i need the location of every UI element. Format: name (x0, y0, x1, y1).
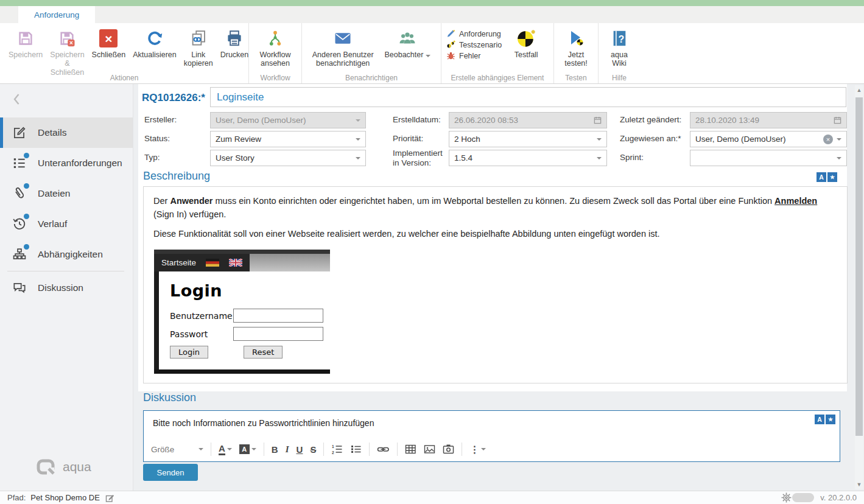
group-label-erstelle: Erstelle abhängiges Element (441, 74, 553, 82)
sidebar-item-label: Dateien (38, 188, 70, 199)
close-button[interactable]: × Schließen (89, 26, 129, 61)
flag-uk-icon (229, 259, 242, 267)
version-select[interactable]: 1.5.4 (449, 150, 607, 166)
sidebar-item-label: Verlauf (38, 219, 67, 229)
sidebar-item-unteranforderungen[interactable]: Unteranforderungen (0, 148, 133, 178)
bg-color-button[interactable]: A (239, 444, 256, 454)
hierarchy-icon (12, 247, 27, 262)
status-select[interactable]: Zum Review (210, 131, 366, 147)
table-button[interactable] (405, 444, 416, 455)
svg-text:1: 1 (332, 444, 334, 449)
sidebar-item-details[interactable]: Details (0, 117, 133, 148)
create-test-case-button[interactable]: Testfall (505, 26, 547, 61)
bold-button[interactable]: B (272, 444, 278, 455)
print-button[interactable]: Drucken (217, 26, 252, 61)
wiki-button[interactable]: ? aqua Wiki (604, 26, 634, 70)
bullet-list-button[interactable] (350, 444, 362, 455)
ribbon: Speichern × Speichern & Schließen × Schl… (0, 23, 864, 84)
save-button[interactable]: Speichern (5, 26, 46, 61)
chevron-down-icon (597, 138, 602, 141)
scroll-down-arrow[interactable]: ▼ (855, 480, 863, 489)
typ-select[interactable]: User Story (210, 150, 366, 166)
comment-editor[interactable]: A ★ Bitte noch Informationen zu Passwort… (143, 410, 840, 462)
sidebar: Details Unteranforderungen Dateien Verla… (0, 84, 133, 491)
underline-button[interactable]: U (297, 444, 303, 455)
anmelden-term: Anmelden (774, 196, 817, 206)
sprint-select[interactable] (690, 150, 847, 166)
save-and-close-label: Speichern & Schließen (50, 51, 84, 77)
group-label-benachrichtigen: Benachrichtigen (302, 74, 441, 82)
copy-link-label: Link kopieren (184, 51, 213, 68)
path-value: Pet Shop Demo DE (30, 493, 99, 502)
translate-text-icon[interactable]: A (815, 415, 824, 424)
description-body[interactable]: Der Anwender muss ein Konto einrichten o… (143, 186, 848, 383)
camera-button[interactable] (443, 444, 454, 455)
zugewiesen-select[interactable]: User, Demo (DemoUser) × (690, 131, 847, 147)
save-and-close-icon: × (58, 27, 76, 49)
scroll-up-arrow[interactable]: ▲ (855, 85, 863, 95)
sidebar-collapse-button[interactable] (12, 93, 21, 108)
refresh-label: Aktualisieren (133, 51, 177, 59)
refresh-button[interactable]: Aktualisieren (130, 26, 180, 61)
ordered-list-button[interactable]: 12 (331, 444, 343, 455)
notify-users-button[interactable]: Anderen Benutzer benachrichtigen (307, 26, 378, 70)
create-requirement-button[interactable]: Anforderung (446, 29, 502, 38)
image-button[interactable] (424, 444, 435, 455)
view-workflow-button[interactable]: Workflow ansehen (255, 26, 296, 70)
edit-icon (12, 125, 27, 141)
group-label-aktionen: Aktionen (0, 74, 248, 82)
screenshot-left-bar (154, 271, 159, 369)
sidebar-item-abhaengigkeiten[interactable]: Abhängigkeiten (0, 239, 133, 270)
create-defect-button[interactable]: Fehler (446, 51, 502, 60)
italic-button[interactable]: I (286, 444, 289, 455)
translate-star-icon[interactable]: ★ (827, 172, 837, 182)
watchers-label: Beobachter (384, 51, 430, 59)
sprint-label: Sprint: (620, 153, 644, 163)
clear-icon[interactable]: × (823, 135, 833, 144)
send-button[interactable]: Senden (143, 464, 198, 481)
screenshot-bottom-strip (154, 369, 330, 374)
passwort-label: Passwort (170, 329, 233, 339)
benutzername-input (233, 309, 323, 323)
settings-gear-icon[interactable] (781, 492, 792, 503)
test-now-button[interactable]: Jetzt testen! (560, 26, 592, 70)
settings-pill[interactable] (792, 493, 814, 502)
screenshot-tabs-rest (250, 254, 330, 271)
title-input[interactable]: Loginseite (210, 87, 846, 107)
strikethrough-button[interactable]: S (310, 444, 316, 455)
translate-star-icon[interactable]: ★ (826, 415, 835, 424)
ribbon-group-workflow: Workflow ansehen Workflow (249, 23, 302, 83)
svg-text:2: 2 (332, 450, 334, 455)
text-color-button[interactable]: A (219, 444, 232, 455)
badge-dot (24, 153, 29, 158)
edit-path-icon[interactable] (105, 493, 115, 503)
sidebar-item-label: Unteranforderungen (38, 158, 122, 169)
save-icon (16, 27, 35, 49)
status-label: Status: (144, 134, 170, 144)
sidebar-item-label: Details (38, 127, 66, 138)
test-now-label: Jetzt testen! (563, 51, 589, 68)
more-options-button[interactable]: ⋮ (469, 444, 486, 455)
description-paragraph-2: Diese Funktionalität soll von einer Webs… (153, 227, 837, 240)
ribbon-group-erstelle: Anforderung Testszenario Fehler Testfall… (441, 23, 554, 83)
create-test-scenario-button[interactable]: Testszenario (446, 40, 502, 49)
aqua-logo: aqua (37, 459, 91, 475)
save-label: Speichern (9, 51, 43, 59)
comment-text[interactable]: Bitte noch Informationen zu Passwortrich… (153, 418, 374, 428)
badge-dot (24, 244, 29, 250)
scrollbar-thumb[interactable] (855, 97, 863, 436)
save-and-close-button[interactable]: × Speichern & Schließen (47, 26, 87, 79)
sidebar-item-dateien[interactable]: Dateien (0, 178, 133, 209)
vertical-scrollbar[interactable]: ▲ ▼ (855, 85, 863, 489)
font-size-dropdown[interactable]: Größe (151, 445, 203, 454)
link-button[interactable] (377, 444, 390, 455)
watchers-button[interactable]: Beobachter (379, 26, 435, 61)
translate-text-icon[interactable]: A (817, 172, 826, 182)
discussion-heading: Diskussion (143, 391, 196, 404)
sidebar-item-diskussion[interactable]: Diskussion (0, 273, 133, 303)
tab-anforderung[interactable]: Anforderung (18, 6, 95, 23)
prioritaet-select[interactable]: 2 Hoch (449, 131, 607, 147)
copy-link-button[interactable]: Link kopieren (181, 26, 216, 70)
screenshot-top-strip (154, 250, 330, 254)
sidebar-item-verlauf[interactable]: Verlauf (0, 209, 133, 239)
